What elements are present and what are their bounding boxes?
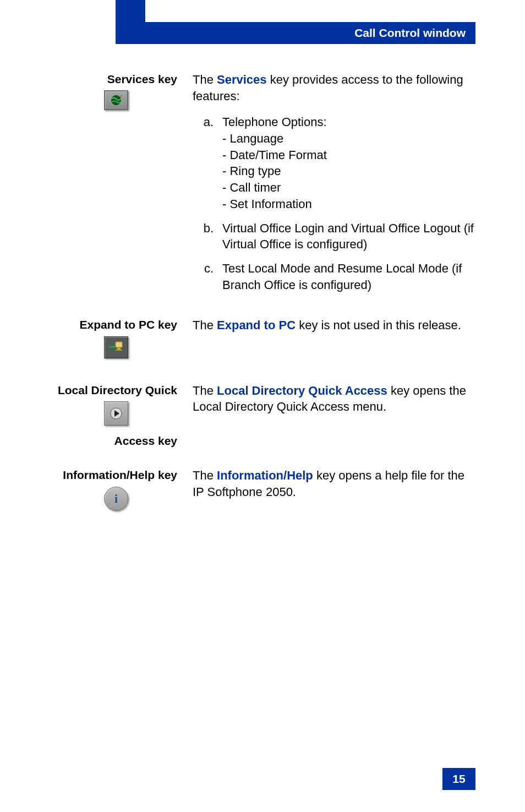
section-expand: Expand to PC key The Expand to PC key is…: [55, 317, 475, 358]
directory-label-line1: Local Directory Quick: [55, 383, 177, 398]
help-text: The Information/Help key opens a help fi…: [193, 467, 475, 500]
page-header-title: Call Control window: [354, 26, 466, 40]
text-fragment: The: [193, 318, 217, 332]
sub-option: - Set Information: [222, 196, 475, 212]
expand-text: The Expand to PC key is not used in this…: [193, 317, 475, 334]
list-text-c: Test Local Mode and Resume Local Mode (i…: [222, 260, 475, 293]
list-item: a. Telephone Options: - Language - Date/…: [193, 114, 475, 212]
services-label: Services key: [55, 72, 177, 87]
svg-rect-2: [117, 348, 121, 350]
section-directory: Local Directory Quick Access key The Loc…: [55, 383, 475, 449]
directory-text: The Local Directory Quick Access key ope…: [193, 383, 475, 415]
directory-term: Local Directory Quick Access: [217, 384, 387, 397]
directory-label-line2: Access key: [55, 433, 177, 449]
services-term: Services: [217, 73, 267, 86]
expand-term: Expand to PC: [217, 318, 296, 332]
svg-rect-1: [116, 342, 122, 347]
sub-option: - Ring type: [222, 163, 475, 179]
play-arrow-icon: [104, 401, 128, 426]
globe-icon: [104, 90, 128, 110]
list-text-b: Virtual Office Login and Virtual Office …: [222, 220, 475, 253]
expand-pc-icon: [104, 336, 128, 358]
telephone-options-lead: Telephone Options:: [222, 114, 475, 130]
page-number-value: 15: [452, 772, 465, 786]
help-term: Information/Help: [217, 468, 313, 482]
sub-option: - Date/Time Format: [222, 147, 475, 164]
section-services: Services key The Services key provides a…: [55, 72, 475, 301]
list-marker-b: b.: [193, 220, 222, 253]
text-fragment: The: [193, 73, 217, 86]
info-icon: i: [104, 487, 128, 511]
expand-label: Expand to PC key: [55, 317, 177, 333]
text-fragment: key is not used in this release.: [296, 318, 461, 332]
text-fragment: The: [193, 384, 217, 397]
svg-rect-3: [116, 350, 122, 351]
page-number: 15: [442, 768, 475, 790]
list-item: c. Test Local Mode and Resume Local Mode…: [193, 260, 475, 293]
list-marker-c: c.: [193, 260, 222, 293]
list-item: b. Virtual Office Login and Virtual Offi…: [193, 220, 475, 253]
sub-option: - Language: [222, 130, 475, 147]
services-intro: The Services key provides access to the …: [193, 72, 475, 104]
sub-option: - Call timer: [222, 179, 475, 196]
header-accent-bar: [116, 0, 145, 44]
section-help: Information/Help key i The Information/H…: [55, 467, 475, 510]
list-marker-a: a.: [193, 114, 222, 212]
page-header: Call Control window: [145, 22, 475, 44]
help-label: Information/Help key: [55, 467, 177, 483]
text-fragment: The: [193, 468, 217, 482]
